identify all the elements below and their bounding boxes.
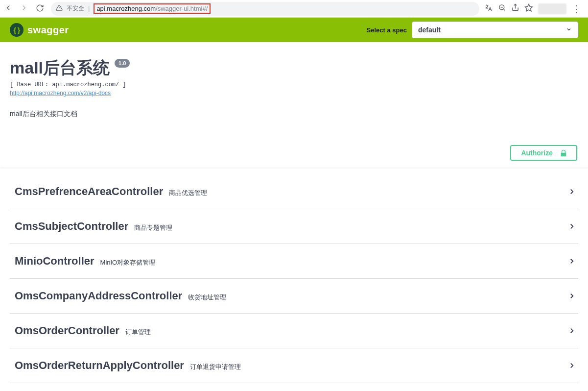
share-icon[interactable]: [511, 3, 519, 14]
back-icon[interactable]: [4, 3, 13, 14]
authorize-button[interactable]: Authorize: [510, 145, 577, 161]
svg-marker-6: [525, 4, 533, 11]
swagger-brand-text: swagger: [27, 24, 69, 36]
api-description: mall后台相关接口文档: [10, 110, 578, 119]
authorize-label: Authorize: [521, 149, 553, 157]
chevron-right-icon: [567, 326, 576, 335]
tag-name: OmsOrderController: [15, 324, 119, 337]
reload-icon[interactable]: [35, 4, 44, 14]
chevron-right-icon: [567, 361, 576, 370]
tag-left: OmsOrderController订单管理: [15, 324, 151, 337]
zoom-icon[interactable]: [498, 3, 506, 14]
chevron-right-icon: [567, 222, 576, 231]
tag-row[interactable]: CmsSubjectController商品专题管理: [10, 209, 578, 244]
tag-description: 收货地址管理: [188, 293, 226, 302]
tag-left: OmsCompanyAddressController收货地址管理: [15, 290, 226, 302]
address-bar[interactable]: 不安全 | api.macrozheng.com/swagger-ui.html…: [51, 2, 479, 16]
tags-list: CmsPrefrenceAreaController商品优选管理CmsSubje…: [0, 168, 588, 391]
tag-left: CmsSubjectController商品专题管理: [15, 220, 172, 233]
spec-select-value: default: [418, 26, 441, 34]
tag-row[interactable]: OmsCompanyAddressController收货地址管理: [10, 279, 578, 314]
tag-description: 商品专题管理: [134, 223, 172, 232]
tag-row[interactable]: CmsPrefrenceAreaController商品优选管理: [10, 182, 578, 209]
kebab-menu-icon[interactable]: ⋮: [571, 3, 581, 15]
spec-select[interactable]: default: [412, 22, 578, 38]
chevron-down-icon: [566, 26, 572, 34]
select-spec-label: Select a spec: [367, 26, 407, 34]
api-version-badge: 1.0: [115, 59, 130, 68]
browser-nav-icons: [4, 3, 44, 14]
tag-description: 订单退货申请管理: [190, 363, 241, 371]
api-title: mall后台系统 1.0: [10, 57, 130, 79]
chevron-right-icon: [567, 292, 576, 300]
browser-chrome: 不安全 | api.macrozheng.com/swagger-ui.html…: [0, 0, 588, 18]
profile-avatar[interactable]: [538, 3, 566, 14]
forward-icon[interactable]: [20, 3, 28, 14]
tag-left: CmsPrefrenceAreaController商品优选管理: [15, 185, 207, 198]
swagger-logo-icon: { }: [10, 23, 24, 37]
tag-row[interactable]: MinioControllerMinIO对象存储管理: [10, 244, 578, 279]
base-url: [ Base URL: api.macrozheng.com/ ]: [10, 81, 578, 88]
url-text: api.macrozheng.com/swagger-ui.html#/: [94, 3, 211, 14]
separator: |: [88, 5, 90, 12]
tag-left: MinioControllerMinIO对象存储管理: [15, 255, 155, 268]
api-docs-link[interactable]: http://api.macrozheng.com/v2/api-docs: [10, 90, 111, 97]
star-icon[interactable]: [524, 3, 533, 14]
tag-left: OmsOrderReturnApplyController订单退货申请管理: [15, 359, 241, 372]
chevron-right-icon: [567, 257, 576, 266]
api-title-text: mall后台系统: [10, 57, 110, 79]
svg-line-4: [503, 9, 505, 10]
chevron-right-icon: [567, 187, 576, 196]
tag-row[interactable]: OmsOrderReturnApplyController订单退货申请管理: [10, 348, 578, 383]
tag-name: OmsOrderReturnApplyController: [15, 359, 184, 372]
info-section: mall后台系统 1.0 [ Base URL: api.macrozheng.…: [0, 42, 588, 119]
topbar-spec-selector: Select a spec default: [367, 22, 578, 38]
tag-name: OmsCompanyAddressController: [15, 290, 182, 302]
tag-name: CmsPrefrenceAreaController: [15, 185, 163, 198]
tag-name: CmsSubjectController: [15, 220, 128, 233]
swagger-topbar: { } swagger Select a spec default: [0, 18, 588, 42]
lock-icon: [560, 149, 566, 157]
insecure-label: 不安全: [67, 4, 84, 13]
topbar-brand: { } swagger: [10, 23, 69, 37]
tag-description: MinIO对象存储管理: [100, 258, 156, 267]
translate-icon[interactable]: [484, 3, 493, 14]
insecure-icon: [56, 4, 63, 13]
browser-right-icons: ⋮: [484, 3, 584, 15]
tag-name: MinioController: [15, 255, 94, 268]
tag-row[interactable]: OmsOrderController订单管理: [10, 314, 578, 348]
tag-description: 商品优选管理: [169, 189, 207, 197]
scheme-container: Authorize: [0, 138, 588, 168]
tag-description: 订单管理: [125, 328, 151, 337]
